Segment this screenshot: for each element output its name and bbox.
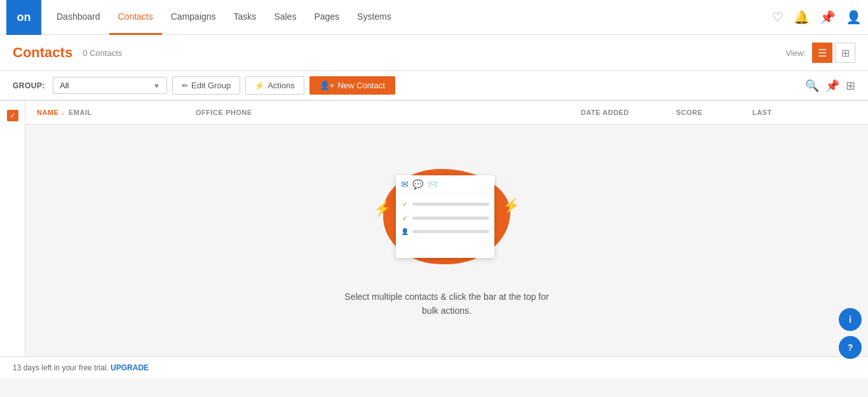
lightning-right-icon: ⚡: [503, 198, 520, 214]
nav-dashboard[interactable]: Dashboard: [48, 0, 109, 35]
columns-icon[interactable]: ⊞: [846, 79, 855, 93]
bell-icon[interactable]: 🔔: [794, 10, 810, 25]
empty-illustration: ⚡ ⚡ ✉ 💬 📨 ✓ ✓: [377, 163, 517, 271]
card-line-1: [412, 203, 489, 206]
inbox-icon: 📨: [427, 179, 438, 189]
nav-tasks[interactable]: Tasks: [225, 0, 266, 35]
card-check-1: ✓: [401, 200, 409, 208]
nav-contacts[interactable]: Contacts: [109, 0, 162, 35]
new-contact-button[interactable]: 👤+ New Contact: [309, 76, 395, 95]
contact-card-illustration: ✉ 💬 📨 ✓ ✓ 👤: [396, 175, 494, 258]
card-row-2: ✓: [401, 214, 489, 222]
add-person-icon: 👤+: [320, 81, 335, 90]
group-select-value: All: [60, 81, 69, 90]
info-fab-button[interactable]: i: [839, 308, 862, 331]
pencil-icon: ✏: [182, 81, 188, 90]
filter-pin-icon[interactable]: 📌: [825, 79, 839, 93]
nav-links: Dashboard Contacts Campaigns Tasks Sales…: [48, 0, 772, 35]
col-last: LAST: [747, 101, 811, 124]
nav-systems[interactable]: Systems: [348, 0, 400, 35]
group-label: GROUP:: [13, 81, 45, 90]
edit-group-button[interactable]: ✏ Edit Group: [172, 76, 240, 95]
chevron-down-icon: ▼: [153, 82, 160, 90]
app-logo[interactable]: on: [6, 0, 41, 35]
page-header: Contacts 0 Contacts View: ☰ ⊞: [0, 35, 868, 71]
col-date-added: DATE ADDED: [576, 101, 671, 124]
col-score: SCORE: [671, 101, 747, 124]
email-icon: ✉: [401, 179, 409, 189]
bottom-bar: 13 days left in your free trial. UPGRADE: [0, 356, 868, 379]
card-row-1: ✓: [401, 200, 489, 208]
nav-pages[interactable]: Pages: [305, 0, 348, 35]
card-check-2: ✓: [401, 214, 409, 222]
page-title: Contacts: [13, 44, 72, 61]
actions-button[interactable]: ⚡ Actions: [245, 76, 304, 95]
nav-sales[interactable]: Sales: [265, 0, 305, 35]
col-name[interactable]: NAME ↓: [32, 101, 64, 124]
empty-state-text: Select multiple contacts & click the bar…: [344, 290, 548, 318]
search-icon[interactable]: 🔍: [805, 79, 819, 93]
grid-view-icon: ⊞: [841, 47, 850, 59]
top-nav: on Dashboard Contacts Campaigns Tasks Sa…: [0, 0, 868, 35]
nav-campaigns[interactable]: Campaigns: [162, 0, 225, 35]
heart-icon[interactable]: ♡: [772, 10, 783, 25]
table-content: NAME ↓ EMAIL OFFICE PHONE DATE ADDED SCO…: [25, 101, 868, 356]
group-select-dropdown[interactable]: All ▼: [53, 77, 167, 94]
table-header: NAME ↓ EMAIL OFFICE PHONE DATE ADDED SCO…: [25, 101, 868, 124]
user-avatar-icon[interactable]: 👤: [846, 10, 862, 25]
card-row-3: 👤: [401, 228, 489, 235]
view-label: View:: [785, 48, 806, 58]
toolbar-right: 🔍 📌 ⊞: [805, 79, 855, 93]
view-grid-button[interactable]: ⊞: [835, 43, 855, 63]
col-name-label: NAME: [37, 109, 58, 116]
col-email: EMAIL: [64, 101, 191, 124]
card-header: ✉ 💬 📨: [396, 175, 494, 194]
view-toggle: View: ☰ ⊞: [785, 43, 855, 63]
new-contact-label: New Contact: [337, 81, 384, 90]
lightning-icon: ⚡: [255, 81, 264, 90]
toolbar: GROUP: All ▼ ✏ Edit Group ⚡ Actions 👤+ N…: [0, 71, 868, 101]
upgrade-link[interactable]: UPGRADE: [111, 363, 149, 372]
info-icon: i: [849, 314, 851, 325]
actions-label: Actions: [268, 81, 295, 90]
chat-icon: 💬: [412, 179, 423, 189]
card-person-icon: 👤: [401, 228, 409, 235]
contacts-table-area: ✓ NAME ↓ EMAIL OFFICE PHONE DATE ADDED S…: [0, 101, 868, 356]
nav-right-icons: ♡ 🔔 📌 👤: [772, 10, 862, 25]
help-icon: ?: [848, 342, 853, 353]
card-line-2: [412, 217, 489, 220]
checkbox-sidebar: ✓: [0, 101, 25, 356]
contacts-count: 0 Contacts: [83, 48, 122, 58]
col-office-phone: OFFICE PHONE: [191, 101, 576, 124]
trial-text: 13 days left in your free trial.: [13, 363, 109, 372]
empty-state: ⚡ ⚡ ✉ 💬 📨 ✓ ✓: [25, 124, 868, 356]
card-body: ✓ ✓ 👤: [396, 194, 494, 248]
edit-group-label: Edit Group: [191, 81, 231, 90]
lightning-left-icon: ⚡: [374, 201, 391, 217]
help-fab-button[interactable]: ?: [839, 336, 862, 359]
floating-buttons: i ?: [839, 308, 862, 359]
page-header-left: Contacts 0 Contacts: [13, 44, 122, 61]
view-list-button[interactable]: ☰: [812, 43, 832, 63]
list-view-icon: ☰: [818, 47, 827, 59]
pin-icon[interactable]: 📌: [820, 10, 836, 25]
card-line-3: [412, 230, 489, 233]
select-all-checkbox[interactable]: ✓: [7, 110, 18, 121]
